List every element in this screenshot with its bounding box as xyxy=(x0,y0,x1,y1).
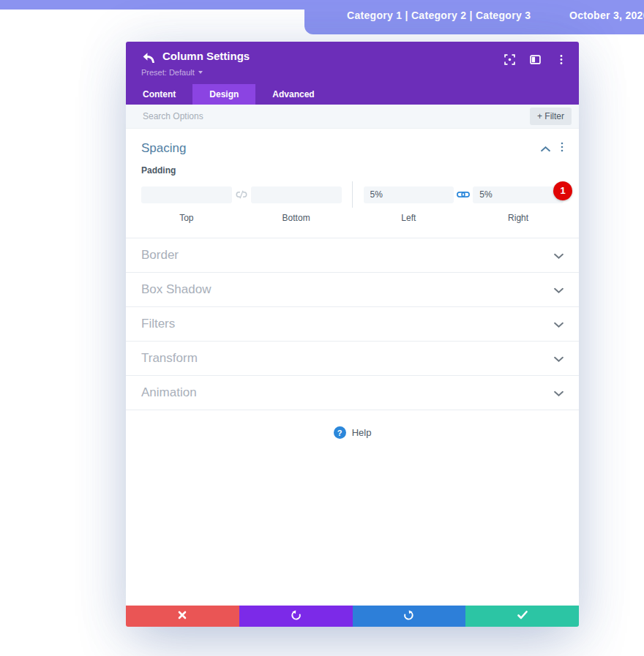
chevron-down-icon xyxy=(554,249,564,262)
split-view-icon[interactable] xyxy=(530,54,541,65)
content-spacer xyxy=(126,455,579,606)
settings-content: Spacing Padding xyxy=(126,129,579,606)
modal-header: Column Settings Preset: Default xyxy=(126,42,579,84)
help-link[interactable]: ? Help xyxy=(126,410,579,455)
padding-left-label: Left xyxy=(364,213,454,223)
chevron-down-icon xyxy=(554,283,564,296)
undo-icon xyxy=(291,610,302,623)
padding-labels-row: Top Bottom Left Right xyxy=(141,213,564,223)
padding-bottom-input[interactable] xyxy=(251,186,342,203)
modal-footer xyxy=(126,606,579,627)
preset-selector[interactable]: Preset: Default xyxy=(141,68,203,77)
settings-tabs: Content Design Advanced xyxy=(126,84,579,105)
redo-button[interactable] xyxy=(353,606,466,627)
tab-content[interactable]: Content xyxy=(126,84,192,105)
padding-fields-row: 1 xyxy=(141,181,564,208)
section-filters[interactable]: Filters xyxy=(126,306,579,341)
save-check-icon xyxy=(517,611,528,622)
tab-design[interactable]: Design xyxy=(192,84,255,105)
spacing-section: Spacing Padding xyxy=(126,129,579,238)
undo-button[interactable] xyxy=(239,606,353,627)
post-date: October 3, 2020 xyxy=(569,10,644,21)
section-transform[interactable]: Transform xyxy=(126,341,579,375)
spacing-header-icons xyxy=(541,142,564,155)
section-animation-title: Animation xyxy=(141,385,197,400)
unlink-icon[interactable] xyxy=(232,190,251,199)
section-border[interactable]: Border xyxy=(126,238,579,272)
discard-x-icon xyxy=(178,611,187,622)
section-border-title: Border xyxy=(141,248,179,263)
link-icon[interactable] xyxy=(454,190,473,199)
column-settings-modal: Column Settings Preset: Default xyxy=(126,42,579,627)
modal-title: Column Settings xyxy=(162,50,250,62)
chevron-up-icon[interactable] xyxy=(541,142,550,155)
post-meta-bar: Category 1 | Category 2 | Category 3 Oct… xyxy=(304,0,644,34)
help-question-icon: ? xyxy=(334,426,346,439)
section-kebab-icon[interactable] xyxy=(561,142,564,155)
padding-left-input[interactable] xyxy=(364,186,454,203)
padding-bottom-label: Bottom xyxy=(251,213,342,223)
annotation-badge: 1 xyxy=(553,181,572,200)
kebab-menu-icon[interactable] xyxy=(555,54,566,65)
chevron-down-icon xyxy=(554,317,564,331)
spacing-section-header[interactable]: Spacing xyxy=(141,138,564,159)
padding-group-label: Padding xyxy=(141,165,564,176)
discard-button[interactable] xyxy=(126,606,239,627)
section-box-shadow-title: Box Shadow xyxy=(141,282,211,297)
fields-divider xyxy=(352,181,353,208)
caret-down-icon xyxy=(198,71,203,74)
padding-right-input[interactable] xyxy=(473,186,564,203)
preset-label: Preset: Default xyxy=(141,68,195,77)
section-box-shadow[interactable]: Box Shadow xyxy=(126,272,579,306)
focus-icon[interactable] xyxy=(504,54,515,65)
spacing-title: Spacing xyxy=(141,141,186,156)
help-label: Help xyxy=(352,427,372,438)
padding-right-wrap: 1 xyxy=(473,186,564,203)
back-arrow-icon[interactable] xyxy=(140,51,156,66)
chevron-down-icon xyxy=(554,352,564,365)
section-filters-title: Filters xyxy=(141,317,175,331)
redo-icon xyxy=(403,610,414,623)
padding-top-label: Top xyxy=(141,213,232,223)
options-search-bar: + Filter xyxy=(126,105,579,129)
section-animation[interactable]: Animation xyxy=(126,375,579,410)
padding-right-label: Right xyxy=(473,213,564,223)
tab-advanced[interactable]: Advanced xyxy=(255,84,331,105)
padding-top-input[interactable] xyxy=(141,186,232,203)
search-input[interactable] xyxy=(141,110,530,122)
chevron-down-icon xyxy=(554,386,564,399)
section-transform-title: Transform xyxy=(141,351,198,366)
save-button[interactable] xyxy=(465,606,579,627)
filter-button[interactable]: + Filter xyxy=(530,108,572,125)
post-categories[interactable]: Category 1 | Category 2 | Category 3 xyxy=(347,10,531,21)
header-icon-group xyxy=(504,54,566,65)
